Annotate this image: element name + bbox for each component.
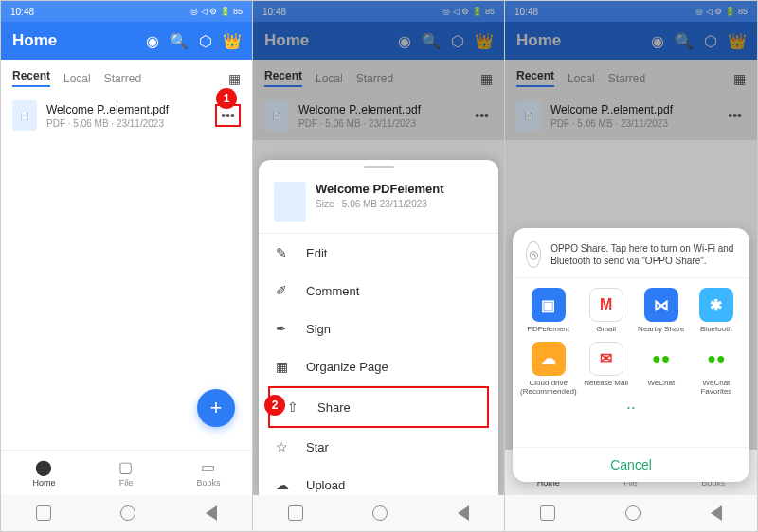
edit-icon: ✎ [276,245,293,260]
screen-actions: 10:48 ◎ ◁ ⚙ 🔋85 Home ◉ 🔍 ⬡ 👑 Recent Loca… [253,1,505,531]
star-icon: ☆ [276,439,293,454]
home-icon: ⬤ [35,458,52,476]
search-icon[interactable]: 🔍 [171,32,188,49]
bluetooth-icon: ✱ [699,288,733,322]
menu-share[interactable]: ⇧Share [268,386,489,428]
menu-edit[interactable]: ✎Edit [259,234,498,272]
app-nearby[interactable]: ⋈Nearby Share [636,288,687,334]
back-button[interactable] [711,505,722,521]
menu-sign[interactable]: ✒Sign [259,310,498,347]
system-nav [1,495,252,531]
upload-icon: ☁ [276,477,293,492]
tab-recent[interactable]: Recent [12,69,50,87]
nav-books[interactable]: ▭Books [196,458,220,488]
pdfelement-icon: ▣ [532,288,566,322]
tab-starred[interactable]: Starred [104,72,141,85]
app-bluetooth[interactable]: ✱Bluetooth [691,288,742,334]
app-cloud[interactable]: ☁Cloud drive (Recommended) [520,342,577,397]
screen-share: 10:48 ◎ ◁ ⚙ 🔋85 Home ◉🔍⬡👑 Recent Local S… [505,1,757,531]
sheet-file-name: Welcome PDFelement [316,182,444,196]
pdf-thumb-icon: 📄 [12,100,37,131]
screen-home: 10:48 ◎ ◁ ⚙ 🔋85 Home ◉ 🔍 ⬡ 👑 Recent Loca… [1,1,253,531]
home-button[interactable] [372,505,388,521]
recent-apps-button[interactable] [36,505,51,521]
sheet-handle[interactable] [364,166,394,168]
menu-organize[interactable]: ▦Organize Page [259,347,498,385]
recent-apps-button[interactable] [540,505,555,521]
cancel-button[interactable]: Cancel [513,447,749,482]
grid-view-icon[interactable]: ▦ [228,71,241,86]
app-wechat[interactable]: ●●WeChat [636,342,687,397]
nearby-icon: ⋈ [644,288,678,322]
file-meta: PDF · 5.06 MB · 23/11/2023 [46,118,206,129]
back-button[interactable] [206,505,217,521]
cloud-icon: ☁ [532,342,566,376]
settings-icon[interactable]: ⬡ [197,32,214,49]
oppo-share-icon: ◎ [526,241,541,268]
menu-comment[interactable]: ✐Comment [259,272,498,310]
app-wechat-fav[interactable]: ●●WeChat Favorites [691,342,742,397]
sign-icon: ✒ [276,321,293,336]
bottom-nav: ⬤Home ▢File ▭Books [1,450,252,495]
home-button[interactable] [120,505,135,521]
nav-file[interactable]: ▢File [118,458,133,488]
recent-apps-button[interactable] [288,505,303,521]
share-sheet: ◎ OPPO Share. Tap here to turn on Wi-Fi … [513,228,749,482]
file-row[interactable]: 📄 Welcome P..element.pdf PDF · 5.06 MB ·… [1,91,252,140]
app-pdfelement[interactable]: ▣PDFelement [520,288,577,334]
netease-icon: ✉ [589,342,623,376]
tabs: Recent Local Starred ▦ [1,60,252,91]
eye-icon[interactable]: ◉ [144,32,161,49]
app-gmail[interactable]: MGmail [581,288,632,334]
home-button[interactable] [625,505,641,521]
wechat-icon: ●● [644,342,678,376]
status-time: 10:48 [10,7,34,17]
pdf-thumb-icon [274,182,306,222]
app-header: Home ◉ 🔍 ⬡ 👑 [1,22,252,60]
sheet-file-meta: Size · 5.06 MB 23/11/2023 [316,199,444,209]
back-button[interactable] [458,505,469,521]
page-dots: • • [513,401,749,414]
status-icons: ◎ ◁ ⚙ 🔋85 [190,7,243,16]
crown-icon[interactable]: 👑 [224,32,241,49]
oppo-share-text: OPPO Share. Tap here to turn on Wi-Fi an… [550,242,736,267]
wechat-fav-icon: ●● [699,342,733,376]
callout-2: 2 [264,395,285,416]
nav-home[interactable]: ⬤Home [32,458,55,488]
comment-icon: ✐ [276,283,293,298]
page-title: Home [12,31,57,50]
callout-1: 1 [216,88,237,109]
books-icon: ▭ [201,458,215,476]
gmail-icon: M [589,288,623,322]
add-fab[interactable]: + [197,389,235,427]
file-icon: ▢ [118,458,133,476]
share-icon: ⇧ [287,399,304,415]
organize-icon: ▦ [276,359,293,374]
tab-local[interactable]: Local [63,72,91,85]
oppo-share-row[interactable]: ◎ OPPO Share. Tap here to turn on Wi-Fi … [513,228,749,278]
status-bar: 10:48 ◎ ◁ ⚙ 🔋85 [1,1,252,22]
file-name: Welcome P..element.pdf [46,103,206,116]
menu-star[interactable]: ☆Star [259,428,498,466]
action-sheet: Welcome PDFelement Size · 5.06 MB 23/11/… [259,160,498,495]
app-netease[interactable]: ✉Netease Mail [581,342,632,397]
